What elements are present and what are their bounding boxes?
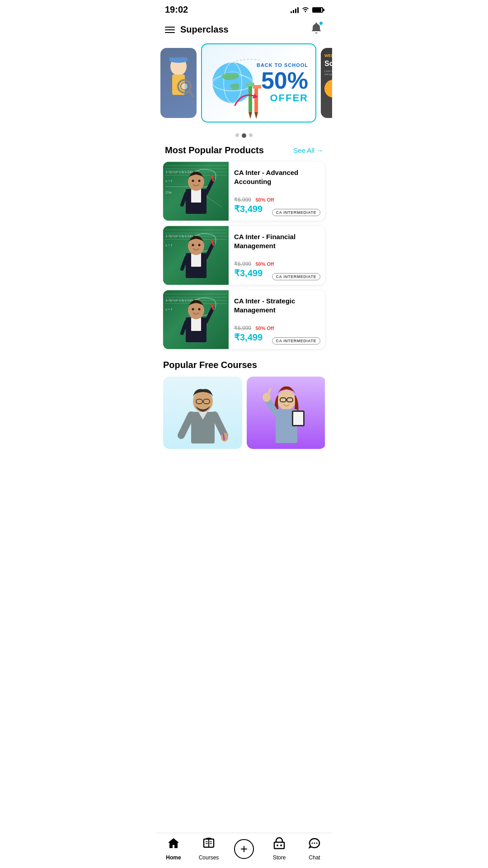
product-image-1: 1-5(½)³·13(1/24)-13( x = f 2/m	[163, 162, 229, 221]
bottom-nav: Home Courses + Store	[156, 833, 332, 868]
free-courses-title: Popular Free Courses	[163, 360, 325, 370]
dot-1[interactable]	[235, 133, 239, 137]
free-course-card-2[interactable]	[247, 377, 325, 449]
svg-line-47	[206, 308, 213, 322]
svg-line-39	[182, 258, 186, 269]
notification-button[interactable]	[310, 21, 323, 38]
svg-line-56	[215, 415, 225, 435]
svg-point-80	[280, 844, 282, 846]
svg-point-81	[312, 843, 313, 844]
orange-decoration	[324, 80, 332, 98]
add-icon[interactable]: +	[234, 839, 254, 859]
home-label: Home	[166, 854, 181, 861]
bell-icon	[310, 24, 323, 38]
svg-text:x = f: x = f	[165, 307, 173, 311]
svg-rect-6	[169, 57, 188, 61]
nav-home[interactable]: Home	[160, 837, 187, 861]
chat-label: Chat	[309, 854, 320, 861]
svg-rect-23	[191, 189, 201, 203]
discount-2: 50% Off	[255, 261, 274, 267]
svg-point-82	[314, 843, 315, 844]
svg-point-79	[277, 844, 278, 846]
product-card-3[interactable]: 1-5(½)³·13(1/24)-13( x = f	[163, 290, 325, 349]
svg-line-29	[182, 193, 186, 205]
most-popular-title: Most Popular Products	[165, 145, 264, 156]
svg-point-26	[198, 180, 200, 182]
original-price-2: ₹6,999	[234, 261, 251, 267]
svg-line-37	[206, 244, 213, 258]
nav-add[interactable]: +	[230, 839, 258, 859]
nav-chat[interactable]: Chat	[301, 837, 328, 861]
svg-text:2/m: 2/m	[165, 190, 172, 194]
carousel-dots	[156, 133, 332, 138]
see-all-button[interactable]: See All →	[293, 146, 323, 154]
status-icons	[291, 6, 323, 14]
discount-1: 50% Off	[255, 197, 274, 203]
wifi-icon	[301, 6, 310, 14]
product-name-3: CA Inter - Strategic Management	[234, 297, 319, 314]
original-price-1: ₹6,999	[234, 197, 251, 203]
product-info-1: CA Inter - Advanced Accounting ₹6,999 50…	[229, 162, 325, 221]
notification-badge	[319, 21, 323, 25]
svg-point-46	[198, 308, 200, 311]
free-course-card-1[interactable]	[163, 377, 242, 449]
svg-line-55	[181, 415, 191, 435]
svg-line-68	[268, 389, 270, 394]
discount-3: 50% Off	[255, 326, 274, 331]
product-card-1[interactable]: 1-5(½)³·13(1/24)-13( x = f 2/m	[163, 162, 325, 221]
banner-text: BACK TO SCHOOL 50% OFFER	[257, 62, 308, 104]
svg-rect-33	[191, 253, 201, 267]
svg-line-4	[189, 91, 193, 96]
sc-text: Sc	[324, 60, 332, 68]
carousel: BACK TO SCHOOL 50% OFFER Welcome Sc Lore…	[156, 43, 332, 130]
nav-store[interactable]: Store	[266, 837, 293, 861]
svg-line-49	[182, 322, 186, 333]
svg-point-35	[192, 244, 194, 246]
free-courses-grid: 1-5(½ f(x)	[163, 377, 325, 449]
product-card-2[interactable]: 1-5(½)³·13(1/24)-13( x = f	[163, 226, 325, 285]
product-list: 1-5(½)³·13(1/24)-13( x = f 2/m	[156, 162, 332, 349]
svg-line-27	[206, 180, 213, 193]
carousel-card-center[interactable]: BACK TO SCHOOL 50% OFFER	[201, 43, 316, 123]
svg-point-3	[181, 83, 188, 90]
status-time: 19:02	[165, 5, 188, 15]
svg-rect-65	[293, 412, 303, 425]
product-image-2: 1-5(½)³·13(1/24)-13( x = f	[163, 226, 229, 285]
product-info-3: CA Inter - Strategic Management ₹6,999 5…	[229, 290, 325, 349]
battery-icon	[312, 7, 323, 13]
dot-2[interactable]	[242, 133, 246, 138]
courses-label: Courses	[199, 854, 219, 861]
chat-icon	[308, 837, 321, 853]
most-popular-header: Most Popular Products See All →	[156, 145, 332, 162]
courses-icon	[202, 837, 215, 853]
svg-point-45	[192, 308, 194, 311]
app-title: Superclass	[180, 24, 229, 35]
svg-rect-78	[274, 842, 284, 849]
status-bar: 19:02	[156, 0, 332, 18]
svg-text:x = f: x = f	[165, 243, 173, 247]
free-courses-section: Popular Free Courses	[156, 360, 332, 449]
header: Superclass	[156, 18, 332, 43]
category-tag-1: CA INTERMEDIATE	[272, 209, 321, 216]
product-name-1: CA Inter - Advanced Accounting	[234, 168, 319, 186]
carousel-card-right[interactable]: Welcome Sc Lorem Ipsum is printing and t…	[321, 48, 332, 118]
product-image-3: 1-5(½)³·13(1/24)-13( x = f	[163, 290, 229, 349]
carousel-card-left[interactable]	[160, 48, 197, 118]
svg-point-67	[263, 393, 271, 402]
home-icon	[167, 837, 180, 853]
store-icon	[273, 837, 286, 853]
svg-text:x = f: x = f	[165, 179, 173, 183]
lorem-text: Lorem Ipsum is printing and typ	[324, 70, 332, 76]
dot-3[interactable]	[249, 133, 253, 137]
product-info-2: CA Inter - Financial Management ₹6,999 5…	[229, 226, 325, 285]
product-name-2: CA Inter - Financial Management	[234, 232, 319, 250]
original-price-3: ₹6,999	[234, 325, 251, 331]
svg-point-25	[192, 180, 194, 182]
store-label: Store	[273, 854, 286, 861]
signal-icon	[291, 7, 299, 13]
svg-marker-11	[249, 112, 252, 119]
menu-button[interactable]	[165, 27, 175, 33]
category-tag-2: CA INTERMEDIATE	[272, 273, 321, 280]
svg-marker-14	[254, 112, 258, 119]
nav-courses[interactable]: Courses	[195, 837, 222, 861]
